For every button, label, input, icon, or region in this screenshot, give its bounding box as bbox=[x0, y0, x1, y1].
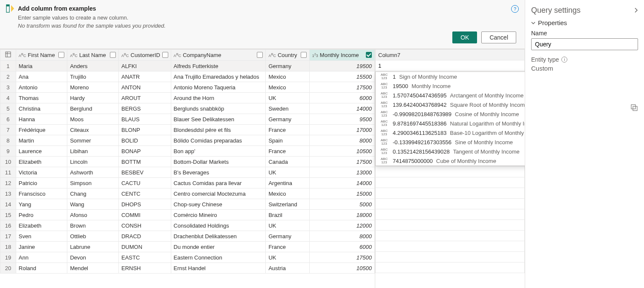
cell[interactable]: Germany bbox=[266, 231, 309, 242]
cell[interactable]: Austria bbox=[266, 263, 309, 274]
row-number[interactable]: 11 bbox=[0, 167, 16, 178]
cell[interactable]: Consolidated Holdings bbox=[171, 220, 266, 231]
example-row[interactable] bbox=[376, 252, 525, 262]
example-cell[interactable] bbox=[376, 231, 525, 241]
cell[interactable]: Chang bbox=[67, 188, 119, 199]
cell[interactable]: Antonio Moreno Taqueria bbox=[171, 82, 266, 93]
cell[interactable]: 15500 bbox=[309, 71, 374, 82]
cell[interactable]: 13000 bbox=[309, 167, 374, 178]
cell[interactable]: ANATR bbox=[118, 71, 171, 82]
row-number[interactable]: 2 bbox=[0, 71, 16, 82]
row-number[interactable]: 18 bbox=[0, 242, 16, 252]
column-header-monthly-income[interactable]: 123Monthly Income bbox=[309, 50, 374, 61]
column-header-companyname[interactable]: ABCCompanyName bbox=[171, 50, 266, 61]
cell[interactable]: Bólido Comidas preparadas bbox=[171, 135, 266, 146]
cell[interactable]: Hardy bbox=[67, 93, 119, 103]
row-number[interactable]: 8 bbox=[0, 135, 16, 146]
cell[interactable]: Switzerland bbox=[266, 199, 309, 210]
cell[interactable]: DUMON bbox=[118, 242, 171, 252]
example-column-name-input[interactable] bbox=[378, 52, 522, 58]
table-row[interactable]: 10ElizabethLincolnBOTTMBottom-Dollar Mar… bbox=[0, 157, 375, 167]
column-select-checkbox[interactable] bbox=[110, 52, 116, 58]
suggestion-item[interactable]: ABC1239.8781697445518386Natural Logarith… bbox=[376, 119, 525, 128]
example-cell[interactable] bbox=[376, 209, 525, 220]
cell[interactable]: Victoria bbox=[16, 167, 67, 178]
cell[interactable]: Centro comercial Moctezuma bbox=[171, 188, 266, 199]
cell[interactable]: Ann bbox=[16, 252, 67, 263]
cell[interactable]: Thomas bbox=[16, 93, 67, 103]
cell[interactable]: UK bbox=[266, 93, 309, 103]
cell[interactable]: Antonio bbox=[16, 82, 67, 93]
cell[interactable]: 8000 bbox=[309, 135, 374, 146]
table-corner-icon[interactable] bbox=[0, 50, 16, 61]
example-cell[interactable] bbox=[376, 167, 525, 177]
cell[interactable]: BLAUS bbox=[118, 114, 171, 125]
cell[interactable]: Around the Horn bbox=[171, 93, 266, 103]
cell[interactable]: France bbox=[266, 242, 309, 252]
properties-section-header[interactable]: Properties bbox=[531, 19, 638, 26]
example-column-header[interactable] bbox=[376, 50, 525, 60]
cell[interactable]: EASTC bbox=[118, 252, 171, 263]
example-row[interactable] bbox=[376, 209, 525, 220]
cell[interactable]: Blauer See Delikatessen bbox=[171, 114, 266, 125]
row-number[interactable]: 13 bbox=[0, 188, 16, 199]
column-select-checkbox[interactable] bbox=[366, 52, 372, 58]
table-row[interactable]: 20RolandMendelERNSHErnst HandelAustria10… bbox=[0, 263, 375, 274]
cell[interactable]: Ashworth bbox=[67, 167, 119, 178]
cell[interactable]: Chop-suey Chinese bbox=[171, 199, 266, 210]
cell[interactable]: Blondesddsl pére et fils bbox=[171, 125, 266, 135]
example-row[interactable] bbox=[376, 177, 525, 188]
cell[interactable]: 14000 bbox=[309, 103, 374, 114]
table-row[interactable]: 8MartinSommerBOLIDBólido Comidas prepara… bbox=[0, 135, 375, 146]
cell[interactable]: Canada bbox=[266, 157, 309, 167]
cell[interactable]: Ernst Handel bbox=[171, 263, 266, 274]
column-select-checkbox[interactable] bbox=[257, 52, 263, 58]
cell[interactable]: Alfreds Futterkiste bbox=[171, 61, 266, 71]
cell[interactable]: Eastern Connection bbox=[171, 252, 266, 263]
suggestion-item[interactable]: ABC1237414875000000Cube of Monthly Incom… bbox=[376, 156, 525, 165]
cell[interactable]: Yang bbox=[16, 199, 67, 210]
cell[interactable]: Bottom-Dollar Markets bbox=[171, 157, 266, 167]
column-header-country[interactable]: ABCCountry bbox=[266, 50, 309, 61]
cell[interactable]: Berglunds snabbköp bbox=[171, 103, 266, 114]
cell[interactable]: 10500 bbox=[309, 263, 374, 274]
ok-button[interactable]: OK bbox=[452, 31, 477, 43]
cell[interactable]: DHOPS bbox=[118, 199, 171, 210]
cell[interactable]: BONAP bbox=[118, 146, 171, 157]
cell[interactable]: BOLID bbox=[118, 135, 171, 146]
cell[interactable]: Drachenblut Delikatessen bbox=[171, 231, 266, 242]
example-cell[interactable] bbox=[376, 220, 525, 231]
column-select-checkbox[interactable] bbox=[58, 52, 64, 58]
cell[interactable]: Simpson bbox=[67, 178, 119, 188]
cell[interactable]: Frédérique bbox=[16, 125, 67, 135]
example-cell[interactable] bbox=[376, 188, 525, 199]
cell[interactable]: Ottlieb bbox=[67, 231, 119, 242]
example-row[interactable] bbox=[376, 188, 525, 199]
table-row[interactable]: 16ElizabethBrownCONSHConsolidated Holdin… bbox=[0, 220, 375, 231]
table-row[interactable]: 17SvenOttliebDRACDDrachenblut Delikatess… bbox=[0, 231, 375, 242]
cell[interactable]: Mendel bbox=[67, 263, 119, 274]
cell[interactable]: Elizabeth bbox=[16, 220, 67, 231]
row-number[interactable]: 7 bbox=[0, 125, 16, 135]
cell[interactable]: ALFKI bbox=[118, 61, 171, 71]
cell[interactable]: 17000 bbox=[309, 125, 374, 135]
cell[interactable]: 19500 bbox=[309, 61, 374, 71]
cell[interactable]: Sven bbox=[16, 231, 67, 242]
cell[interactable]: Moreno bbox=[67, 82, 119, 93]
cell[interactable]: Martin bbox=[16, 135, 67, 146]
suggestion-item[interactable]: ABC123-0.13399492167303556Sine of Monthl… bbox=[376, 137, 525, 147]
example-row[interactable] bbox=[376, 60, 525, 71]
suggestion-item[interactable]: ABC1231.5707450447436595Arctangent of Mo… bbox=[376, 91, 525, 100]
cell[interactable]: 9500 bbox=[309, 114, 374, 125]
suggestion-item[interactable]: ABC12319500Monthly Income bbox=[376, 81, 525, 91]
table-row[interactable]: 2AnaTrujilloANATRAna Trujillo Emaredados… bbox=[0, 71, 375, 82]
column-header-first-name[interactable]: ABCFirst Name bbox=[16, 50, 67, 61]
cell[interactable]: BLONP bbox=[118, 125, 171, 135]
cell[interactable]: UK bbox=[266, 252, 309, 263]
cell[interactable]: Brown bbox=[67, 220, 119, 231]
cell[interactable]: France bbox=[266, 146, 309, 157]
cell[interactable]: ANTON bbox=[118, 82, 171, 93]
cell[interactable]: 12000 bbox=[309, 220, 374, 231]
cell[interactable]: Mexico bbox=[266, 71, 309, 82]
cell[interactable]: Patricio bbox=[16, 178, 67, 188]
